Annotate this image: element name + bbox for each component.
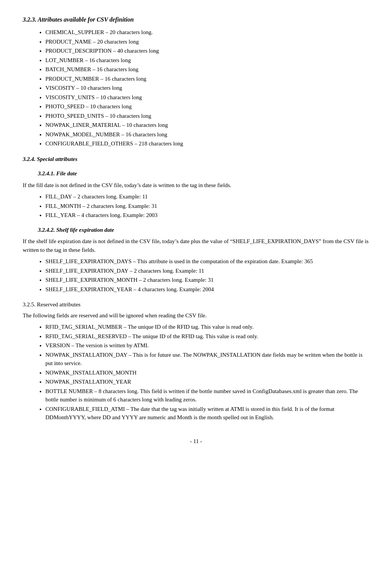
section-3-2-4-2-intro: If the shelf life expiration date is not…: [23, 237, 369, 254]
list-item: SHELF_LIFE_EXPIRATION_YEAR – 4 character…: [45, 285, 369, 294]
list-item: NOWPAK_LINER_MATERIAL – 10 characters lo…: [45, 121, 369, 130]
list-item: RFID_TAG_SERIAL_RESERVED – The unique ID…: [45, 332, 369, 341]
section-3-2-5-list: RFID_TAG_SERIAL_NUMBER – The unique ID o…: [45, 323, 369, 422]
list-item: FILL_MONTH – 2 characters long. Example:…: [45, 202, 369, 211]
list-item: NOWPAK_MODEL_NUMBER – 16 characters long: [45, 130, 369, 139]
list-item: PHOTO_SPEED – 10 characters long: [45, 102, 369, 111]
section-3-2-5: 3.2.5. Reserved attributes The following…: [23, 300, 369, 422]
section-3-2-3: 3.2.3. Attributes available for CSV defi…: [23, 15, 369, 148]
list-item: SHELF_LIFE_EXPIRATION_DAYS – This attrib…: [45, 257, 369, 266]
section-3-2-4-1-intro: If the fill date is not defined in the C…: [23, 181, 369, 190]
section-3-2-3-title: 3.2.3. Attributes available for CSV defi…: [23, 15, 369, 24]
list-item: FILL_YEAR – 4 characters long. Example: …: [45, 211, 369, 220]
list-item: SHELF_LIFE_EXPIRATION_MONTH – 2 characte…: [45, 276, 369, 284]
section-3-2-4-1-list: FILL_DAY – 2 characters long. Example: 1…: [45, 192, 369, 220]
list-item: BOTTLE NUMBER – 8 characters long. This …: [45, 387, 369, 404]
section-3-2-5-title: 3.2.5. Reserved attributes: [23, 300, 369, 309]
section-3-2-4-1-title: 3.2.4.1. File date: [23, 169, 369, 178]
section-3-2-4-2-list: SHELF_LIFE_EXPIRATION_DAYS – This attrib…: [45, 257, 369, 293]
section-3-2-4-1: 3.2.4.1. File date If the fill date is n…: [23, 169, 369, 220]
section-3-2-4-title: 3.2.4. Special attributes: [23, 155, 369, 164]
list-item: FILL_DAY – 2 characters long. Example: 1…: [45, 192, 369, 201]
list-item: RFID_TAG_SERIAL_NUMBER – The unique ID o…: [45, 323, 369, 331]
list-item: PRODUCT_DESCRIPTION – 40 characters long: [45, 47, 369, 55]
list-item: VERSION – The version is written by ATMI…: [45, 341, 369, 350]
section-3-2-3-list: CHEMICAL_SUPPLIER – 20 characters long. …: [45, 28, 369, 148]
section-3-2-4-2: 3.2.4.2. Shelf life expiration date If t…: [23, 226, 369, 294]
list-item: VISCOSITY_UNITS – 10 characters long: [45, 93, 369, 102]
list-item: PRODUCT_NUMBER – 16 characters long: [45, 75, 369, 83]
section-3-2-5-intro: The following fields are reserved and wi…: [23, 311, 369, 320]
list-item: CONFIGURABLE_FIELD_OTHERS – 218 characte…: [45, 139, 369, 148]
list-item: SHELF_LIFE_EXPIRATION_DAY – 2 characters…: [45, 267, 369, 275]
list-item: LOT_NUMBER – 16 characters long: [45, 56, 369, 65]
list-item: CONFIGURABLE_FIELD_ATMI – The date that …: [45, 405, 369, 422]
page-number: - 11 -: [23, 437, 369, 446]
list-item: NOWPAK_INSTALLATION_MONTH: [45, 368, 369, 377]
list-item: PRODUCT_NAME – 20 characters long: [45, 37, 369, 46]
list-item: PHOTO_SPEED_UNITS – 10 characters long: [45, 112, 369, 120]
section-3-2-4-2-title: 3.2.4.2. Shelf life expiration date: [23, 226, 369, 234]
section-3-2-4: 3.2.4. Special attributes 3.2.4.1. File …: [23, 155, 369, 294]
list-item: NOWPAK_INSTALLATION_DAY – This is for fu…: [45, 351, 369, 368]
list-item: CHEMICAL_SUPPLIER – 20 characters long.: [45, 28, 369, 37]
list-item: NOWPAK_INSTALLATION_YEAR: [45, 378, 369, 386]
list-item: VISCOSITY – 10 characters long: [45, 84, 369, 92]
list-item: BATCH_NUMBER – 16 characters long: [45, 65, 369, 74]
